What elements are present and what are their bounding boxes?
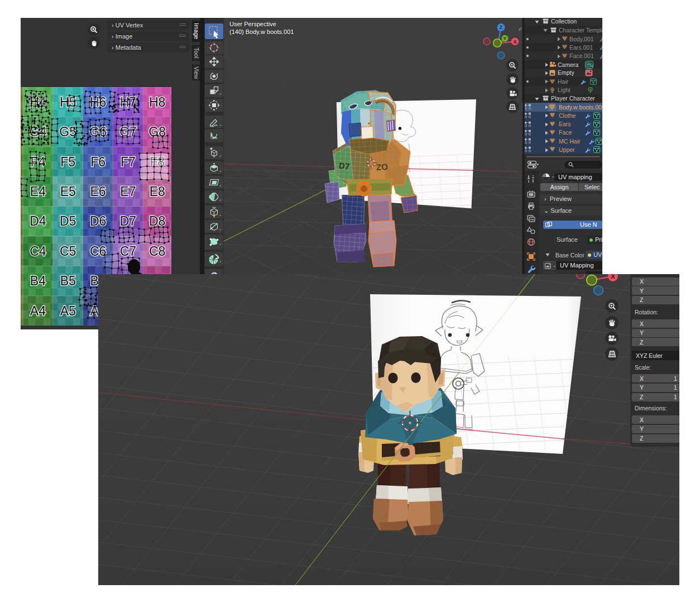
svg-text:B5: B5 [60, 274, 76, 288]
svg-text:E7: E7 [120, 184, 136, 199]
svg-text:D7: D7 [338, 161, 350, 171]
svg-text:F5: F5 [60, 155, 75, 169]
svg-text:E4: E4 [30, 184, 46, 199]
svg-text:C8: C8 [149, 244, 165, 259]
svg-text:A5: A5 [60, 304, 76, 318]
svg-text:E6: E6 [90, 184, 106, 199]
svg-text:F6: F6 [90, 155, 106, 169]
svg-text:D6: D6 [90, 214, 106, 228]
svg-text:A4: A4 [30, 304, 46, 318]
svg-text:E5: E5 [60, 184, 76, 199]
svg-text:F7: F7 [121, 155, 136, 169]
svg-text:D5: D5 [60, 214, 76, 228]
svg-text:B4: B4 [30, 274, 46, 288]
svg-text:C4: C4 [30, 244, 46, 259]
svg-text:H8: H8 [149, 95, 165, 109]
svg-text:C6: C6 [90, 244, 106, 259]
svg-text:Z: Z [500, 25, 503, 30]
svg-text:Y: Y [503, 36, 506, 41]
svg-text:X: X [513, 39, 516, 45]
svg-text:C5: C5 [60, 244, 76, 259]
svg-text:C7: C7 [120, 244, 136, 259]
svg-text:D4: D4 [30, 214, 46, 228]
svg-text:X: X [611, 274, 615, 280]
svg-text:ZO: ZO [376, 162, 388, 172]
svg-text:E8: E8 [150, 184, 165, 199]
